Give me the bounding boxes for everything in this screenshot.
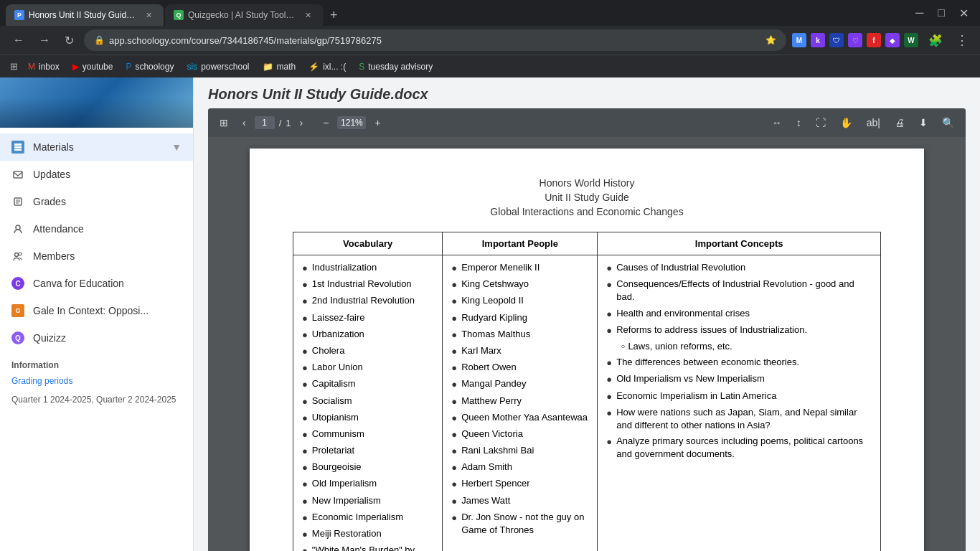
- pdf-fullscreen-button[interactable]: ⛶: [810, 114, 831, 131]
- close-button[interactable]: ✕: [953, 4, 974, 23]
- grading-periods-link[interactable]: Grading periods: [0, 373, 193, 392]
- bullet-icon: ●: [302, 495, 308, 508]
- maximize-button[interactable]: □: [932, 4, 951, 22]
- ext-w-icon[interactable]: W: [904, 33, 918, 47]
- bookmark-inbox-label: inbox: [39, 62, 60, 72]
- pdf-page-nav: / 1: [255, 116, 291, 129]
- bullet-icon: ●: [302, 445, 308, 458]
- bullet-icon: ●: [606, 324, 612, 337]
- pdf-download-button[interactable]: ⬇: [913, 114, 933, 131]
- bullet-icon: ●: [302, 378, 308, 391]
- vocab-item: ●Urbanization: [302, 328, 433, 342]
- bookmark-math[interactable]: 📁 math: [257, 60, 302, 74]
- bookmark-ixl-label: ixl... :(: [323, 62, 346, 72]
- sidebar-item-quizizz[interactable]: Q Quizizz: [0, 324, 193, 352]
- col-header-concepts: Important Concepts: [598, 232, 881, 255]
- bullet-icon: ●: [451, 461, 457, 474]
- vocab-item: ●Old Imperialism: [302, 477, 433, 491]
- pdf-zoom-input[interactable]: [337, 116, 366, 129]
- bullet-icon: ●: [451, 345, 457, 358]
- extensions-button[interactable]: 🧩: [924, 31, 947, 50]
- bookmark-youtube[interactable]: ▶ youtube: [67, 60, 119, 74]
- new-tab-button[interactable]: +: [324, 5, 344, 26]
- bullet-icon: ●: [606, 407, 612, 420]
- materials-label: Materials: [33, 141, 163, 153]
- sidebar-item-canva[interactable]: C Canva for Education: [0, 270, 193, 297]
- svg-rect-3: [14, 171, 22, 178]
- bullet-icon: ●: [451, 395, 457, 408]
- vocab-item: ●Cholera: [302, 344, 433, 358]
- bullet-icon: ●: [606, 435, 612, 448]
- pdf-next-button[interactable]: ›: [294, 114, 309, 131]
- bookmark-inbox[interactable]: M inbox: [22, 60, 65, 74]
- ext-pink-icon[interactable]: ◆: [885, 33, 900, 47]
- tab-grid-button[interactable]: ⊞: [7, 60, 21, 73]
- sidebar-item-members[interactable]: Members: [0, 242, 193, 270]
- vocab-item: ●1st Industrial Revolution: [302, 278, 433, 291]
- pdf-zoom-in-button[interactable]: +: [369, 114, 386, 131]
- ext-kiwi-icon[interactable]: k: [811, 33, 825, 47]
- tab-1-close[interactable]: ✕: [143, 9, 155, 22]
- refresh-button[interactable]: ↻: [60, 31, 78, 50]
- gale-icon: G: [11, 304, 24, 317]
- bookmark-powerschool[interactable]: sis powerschool: [181, 60, 255, 74]
- sidebar-item-attendance[interactable]: Attendance: [0, 215, 193, 242]
- back-button[interactable]: ←: [9, 31, 29, 50]
- bookmark-tuesday-advisory[interactable]: S tuesday advisory: [353, 60, 438, 74]
- ext-shield-icon[interactable]: 🛡: [829, 33, 844, 47]
- menu-button[interactable]: ⋮: [953, 29, 971, 51]
- concept-item: ●How were nations such as Japan, Siam, a…: [606, 406, 872, 432]
- vocab-item: ●New Imperialism: [302, 494, 433, 508]
- svg-rect-1: [14, 146, 22, 149]
- person-item: ●Adam Smith: [451, 461, 588, 474]
- pdf-search-button[interactable]: 🔍: [936, 114, 960, 131]
- ext-purple-icon[interactable]: ♡: [848, 33, 862, 47]
- canva-label: Canva for Education: [33, 278, 182, 289]
- bookmark-ixl[interactable]: ⚡ ixl... :(: [303, 60, 352, 74]
- col-header-vocabulary: Vocabulary: [293, 232, 443, 255]
- forward-button[interactable]: →: [34, 31, 55, 50]
- sidebar-item-materials[interactable]: Materials ▼: [0, 133, 193, 161]
- bookmark-schoology-label: schoology: [135, 62, 174, 72]
- address-bar[interactable]: 🔒 app.schoology.com/course/7344186745/ma…: [84, 29, 786, 51]
- pdf-fit-width-button[interactable]: ↔: [766, 114, 788, 131]
- ext-microsoft-icon[interactable]: M: [792, 33, 806, 47]
- sidebar-item-updates[interactable]: Updates: [0, 161, 193, 188]
- concept-item: ●Analyze primary sources including poems…: [606, 435, 872, 461]
- person-item: ●Rani Lakshmi Bai: [451, 444, 588, 458]
- information-section-label: Information: [0, 352, 193, 373]
- bullet-icon: ●: [451, 295, 457, 308]
- bullet-icon: ●: [451, 428, 457, 441]
- person-item: ●Robert Owen: [451, 361, 588, 375]
- pdf-page-input[interactable]: [255, 116, 275, 129]
- grading-periods-label: Grading periods: [11, 376, 72, 386]
- tab-1[interactable]: P Honors Unit II Study Guide.doc... ✕: [6, 4, 164, 26]
- tab-2-close[interactable]: ✕: [302, 9, 314, 22]
- bullet-icon: ●: [606, 278, 612, 291]
- person-item: ●Mangal Pandey: [451, 377, 588, 391]
- tab-2[interactable]: Q Quizgecko | AI Study Tools | Te... ✕: [165, 4, 323, 26]
- pdf-zoom-out-button[interactable]: −: [317, 114, 334, 131]
- person-item: ●Thomas Malthus: [451, 328, 588, 342]
- minimize-button[interactable]: ─: [910, 4, 929, 22]
- svg-point-9: [15, 253, 19, 257]
- pdf-grid-button[interactable]: ⊞: [214, 114, 234, 131]
- bookmark-schoology[interactable]: P schoology: [120, 60, 179, 74]
- pdf-fit-height-button[interactable]: ↕: [791, 114, 807, 131]
- pdf-text-select-button[interactable]: ab|: [861, 114, 886, 131]
- study-guide-table: Vocabulary Important People Important Co…: [293, 232, 881, 551]
- sidebar-item-grades[interactable]: Grades: [0, 188, 193, 215]
- sidebar-item-gale[interactable]: G Gale In Context: Opposi...: [0, 297, 193, 324]
- grades-label: Grades: [33, 196, 182, 207]
- pdf-print-button[interactable]: 🖨: [889, 114, 910, 131]
- person-item: ●Queen Mother Yaa Asantewaa: [451, 411, 588, 425]
- pdf-hand-tool-button[interactable]: ✋: [834, 114, 858, 131]
- vocab-item: ●Capitalism: [302, 377, 433, 391]
- svg-point-10: [19, 253, 22, 255]
- vocab-item: ●2nd Industrial Revolution: [302, 294, 433, 308]
- concept-item: ●Reforms to address issues of Industrial…: [606, 324, 872, 337]
- pdf-viewer: ⊞ ‹ / 1 › − + ↔ ↕ ⛶ ✋ ab|: [208, 108, 966, 551]
- pdf-page-total: 1: [286, 118, 291, 128]
- ext-red-icon[interactable]: f: [867, 33, 881, 47]
- pdf-prev-button[interactable]: ‹: [237, 114, 252, 131]
